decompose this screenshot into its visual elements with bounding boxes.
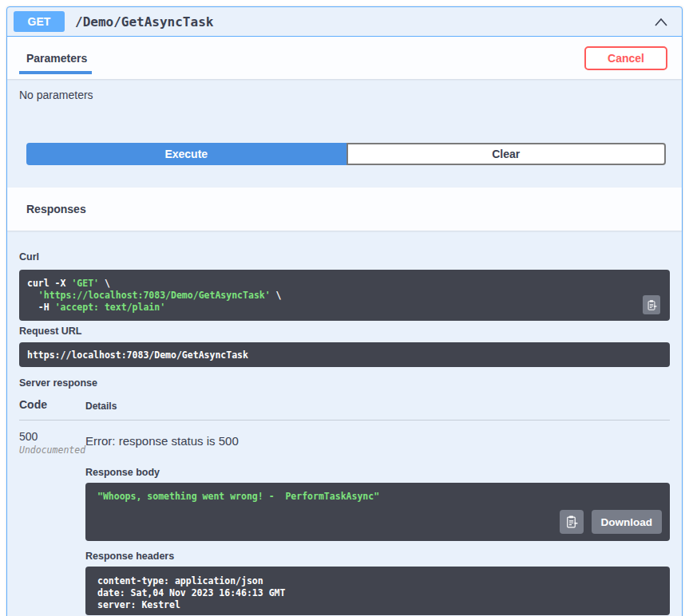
response-headers-block: content-type: application/json date: Sat… — [85, 567, 670, 615]
response-table-header: Code Details — [19, 398, 670, 421]
response-header-line: date: Sat,04 Nov 2023 16:46:13 GMT — [97, 587, 658, 599]
response-table-row: 500 Undocumented Error: response status … — [19, 421, 670, 615]
operation-block: GET /Demo/GetAsyncTask Parameters Cancel… — [6, 6, 683, 616]
undocumented-badge: Undocumented — [19, 444, 85, 456]
method-badge: GET — [14, 11, 65, 32]
response-header-line: content-type: application/json — [97, 575, 658, 587]
response-body-label: Response body — [85, 467, 670, 478]
responses-body: Curl curl -X 'GET' \ 'https://localhost:… — [7, 231, 682, 616]
request-url-label: Request URL — [19, 326, 670, 337]
request-url-block: https://localhost:7083/Demo/GetAsyncTask — [19, 342, 670, 367]
download-button[interactable]: Download — [592, 510, 663, 534]
server-response-label: Server response — [19, 377, 670, 389]
status-code: 500 — [19, 430, 85, 443]
details-cell: Error: response status is 500 Response b… — [85, 430, 670, 615]
response-body-block: "Whoops, something went wrong! - Perform… — [85, 483, 670, 541]
execute-row: Execute Clear — [26, 143, 666, 165]
details-column-header: Details — [85, 398, 670, 412]
curl-command: curl -X 'GET' \ 'https://localhost:7083/… — [27, 278, 662, 314]
tab-parameters[interactable]: Parameters — [26, 51, 87, 65]
chevron-up-icon — [653, 15, 669, 28]
curl-command-block: curl -X 'GET' \ 'https://localhost:7083/… — [19, 270, 670, 321]
status-cell: 500 Undocumented — [19, 430, 85, 615]
copy-curl-button[interactable] — [643, 295, 660, 314]
curl-label: Curl — [19, 251, 670, 263]
cancel-button[interactable]: Cancel — [584, 46, 667, 70]
response-body-value: "Whoops, something went wrong! - Perform… — [97, 491, 658, 503]
response-description: Error: response status is 500 — [85, 434, 670, 448]
parameters-header: Parameters Cancel — [7, 37, 682, 79]
request-url-value: https://localhost:7083/Demo/GetAsyncTask — [27, 349, 662, 361]
response-body-controls: Download — [560, 510, 663, 534]
operation-path: /Demo/GetAsyncTask — [75, 14, 213, 30]
responses-header: Responses — [7, 188, 682, 231]
clipboard-copy-icon — [646, 299, 657, 311]
response-header-line: server: Kestrel — [97, 599, 658, 611]
response-headers-label: Response headers — [85, 551, 670, 562]
parameters-title: Parameters — [26, 52, 87, 65]
copy-response-button[interactable] — [560, 510, 584, 534]
operation-summary[interactable]: GET /Demo/GetAsyncTask — [7, 7, 682, 37]
clipboard-copy-icon — [564, 515, 578, 529]
clear-button[interactable]: Clear — [346, 143, 667, 165]
parameters-body: No parameters Execute Clear — [7, 79, 682, 188]
execute-button[interactable]: Execute — [26, 143, 346, 165]
no-parameters-text: No parameters — [19, 89, 670, 101]
code-column-header: Code — [19, 398, 85, 412]
server-response-table: Code Details 500 Undocumented Error: res… — [19, 398, 670, 615]
collapse-button[interactable] — [651, 14, 671, 30]
responses-title: Responses — [26, 203, 86, 215]
